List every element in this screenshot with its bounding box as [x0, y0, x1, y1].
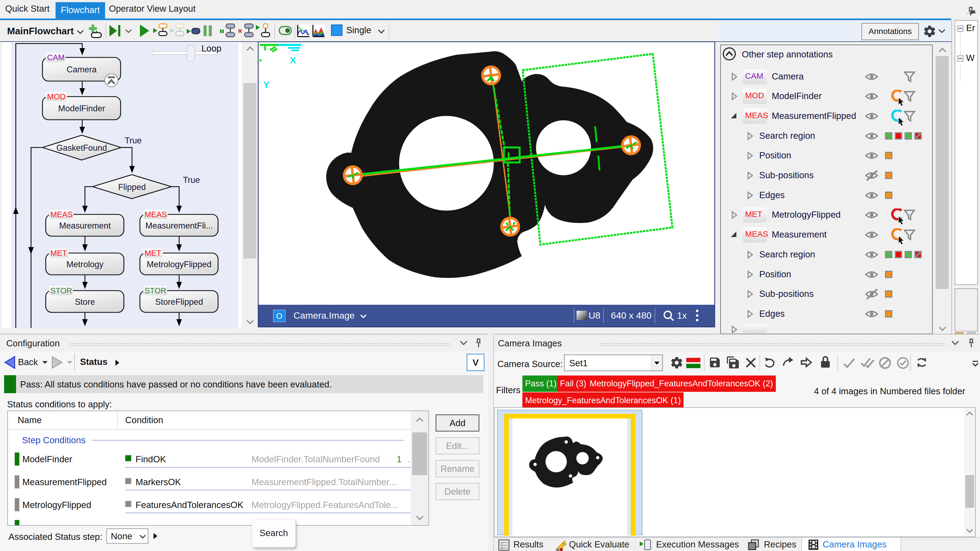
- svg-text:Camera: Camera: [67, 65, 97, 74]
- svg-text:MEAS: MEAS: [145, 210, 167, 219]
- svg-text:True: True: [183, 175, 200, 185]
- svg-text:MET: MET: [145, 249, 161, 257]
- svg-text:MetrologyFlipped: MetrologyFlipped: [147, 260, 212, 269]
- svg-text:MeasurementFli...: MeasurementFli...: [145, 221, 213, 230]
- svg-text:Flipped: Flipped: [118, 182, 146, 192]
- svg-text:Measurement: Measurement: [59, 221, 111, 230]
- svg-text:CAM: CAM: [47, 53, 65, 62]
- svg-text:MOD: MOD: [47, 92, 65, 101]
- svg-text:STOR: STOR: [145, 286, 166, 295]
- svg-text:MET: MET: [50, 249, 67, 257]
- svg-text:Metrology: Metrology: [67, 260, 104, 269]
- svg-text:STOR: STOR: [50, 286, 72, 295]
- svg-text:Store: Store: [75, 297, 95, 306]
- svg-text:True: True: [125, 136, 142, 145]
- svg-text:ModelFinder: ModelFinder: [58, 104, 105, 113]
- svg-text:GasketFound: GasketFound: [56, 143, 107, 152]
- svg-text:StoreFlipped: StoreFlipped: [155, 297, 203, 306]
- svg-text:X: X: [290, 55, 296, 65]
- svg-text:MEAS: MEAS: [50, 210, 73, 219]
- svg-text:Y: Y: [263, 79, 269, 90]
